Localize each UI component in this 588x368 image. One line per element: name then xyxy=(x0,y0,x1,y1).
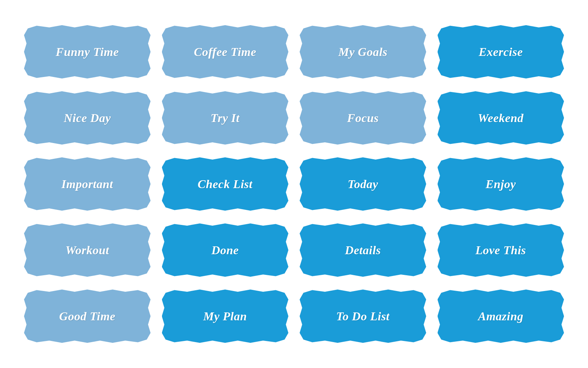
badge-item[interactable]: Try It xyxy=(162,90,289,146)
badge-label: Enjoy xyxy=(486,177,516,191)
badge-label: Check List xyxy=(198,177,252,191)
badge-label: Today xyxy=(348,177,378,191)
badge-item[interactable]: Exercise xyxy=(438,24,564,80)
badge-label: Funny Time xyxy=(56,45,119,59)
badge-label: My Plan xyxy=(203,309,247,323)
badge-label: Try It xyxy=(211,111,240,125)
badge-item[interactable]: Amazing xyxy=(438,288,564,344)
badge-item[interactable]: Funny Time xyxy=(24,24,151,80)
badge-label: Important xyxy=(62,177,113,191)
badge-item[interactable]: My Goals xyxy=(300,24,426,80)
badge-label: Exercise xyxy=(478,45,523,59)
badge-item[interactable]: Enjoy xyxy=(438,156,564,212)
badge-item[interactable]: Weekend xyxy=(438,90,564,146)
badge-item[interactable]: Details xyxy=(300,222,426,278)
badge-label: Amazing xyxy=(478,309,524,323)
badge-item[interactable]: Focus xyxy=(300,90,426,146)
badge-label: Done xyxy=(212,243,239,257)
badge-item[interactable]: Check List xyxy=(162,156,289,212)
badge-label: Focus xyxy=(347,111,379,125)
badge-label: Good Time xyxy=(59,309,116,323)
badge-item[interactable]: Today xyxy=(300,156,426,212)
badge-label: Coffee Time xyxy=(194,45,256,59)
badge-label: Details xyxy=(345,243,381,257)
badge-label: Workout xyxy=(65,243,109,257)
badge-item[interactable]: Good Time xyxy=(24,288,151,344)
badge-item[interactable]: Workout xyxy=(24,222,151,278)
badge-label: To Do List xyxy=(336,309,390,323)
badge-label: Love This xyxy=(476,243,526,257)
badge-grid: Funny TimeCoffee TimeMy GoalsExerciseNic… xyxy=(9,9,579,359)
badge-item[interactable]: Love This xyxy=(438,222,564,278)
badge-label: My Goals xyxy=(338,45,387,59)
badge-item[interactable]: Important xyxy=(24,156,151,212)
badge-item[interactable]: Done xyxy=(162,222,289,278)
badge-label: Weekend xyxy=(478,111,524,125)
badge-item[interactable]: To Do List xyxy=(300,288,426,344)
badge-label: Nice Day xyxy=(64,111,111,125)
badge-item[interactable]: Nice Day xyxy=(24,90,151,146)
badge-item[interactable]: Coffee Time xyxy=(162,24,289,80)
badge-item[interactable]: My Plan xyxy=(162,288,289,344)
